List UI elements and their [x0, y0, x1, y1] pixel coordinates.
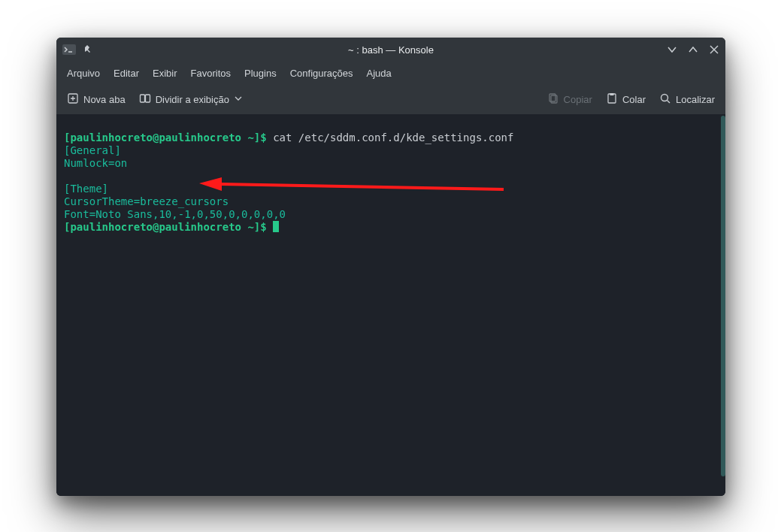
konsole-window: ~ : bash — Konsole Arquivo Editar Exibir…: [56, 38, 725, 496]
output-line-6: Font=Noto Sans,10,-1,0,50,0,0,0,0,0: [64, 208, 286, 220]
terminal-output[interactable]: [paulinhocreto@paulinhocreto ~]$ cat /et…: [56, 114, 721, 496]
maximize-button[interactable]: [688, 44, 698, 55]
terminal-cursor: [273, 221, 279, 232]
find-button[interactable]: Localizar: [659, 92, 715, 107]
menu-exibir[interactable]: Exibir: [153, 68, 177, 79]
toolbar: Nova aba Dividir a exibição Copiar Colar: [56, 84, 725, 114]
output-line-5: CursorTheme=breeze_cursors: [64, 195, 229, 207]
svg-rect-8: [145, 95, 150, 102]
scrollbar[interactable]: [721, 114, 725, 496]
svg-marker-16: [199, 177, 222, 191]
terminal-area[interactable]: [paulinhocreto@paulinhocreto ~]$ cat /et…: [56, 114, 725, 496]
close-button[interactable]: [709, 44, 719, 55]
output-line-2: Numlock=on: [64, 157, 127, 169]
output-line-4: [Theme]: [64, 183, 108, 195]
copy-button[interactable]: Copiar: [547, 92, 592, 107]
menubar: Arquivo Editar Exibir Favoritos Plugins …: [56, 62, 725, 84]
svg-rect-0: [62, 44, 76, 55]
paste-label: Colar: [622, 94, 646, 105]
menu-editar[interactable]: Editar: [114, 68, 139, 79]
find-label: Localizar: [676, 94, 715, 105]
new-tab-label: Nova aba: [83, 94, 126, 105]
svg-rect-12: [610, 93, 613, 95]
svg-point-13: [661, 94, 668, 101]
annotation-arrow: [199, 176, 507, 198]
split-view-label: Dividir a exibição: [156, 94, 229, 105]
paste-button[interactable]: Colar: [606, 92, 646, 107]
split-view-icon: [139, 92, 151, 107]
menu-plugins[interactable]: Plugins: [244, 68, 277, 79]
svg-line-14: [667, 100, 670, 103]
scrollbar-thumb[interactable]: [721, 116, 725, 476]
menu-configuracoes[interactable]: Configurações: [290, 68, 353, 79]
minimize-button[interactable]: [667, 44, 677, 55]
menu-favoritos[interactable]: Favoritos: [191, 68, 231, 79]
new-tab-button[interactable]: Nova aba: [67, 92, 126, 107]
command-1: cat /etc/sddm.conf.d/kde_settings.conf: [273, 131, 513, 144]
new-tab-icon: [67, 92, 79, 107]
copy-label: Copiar: [564, 94, 592, 105]
terminal-icon: [62, 44, 76, 55]
chevron-down-icon: [234, 94, 243, 105]
split-view-button[interactable]: Dividir a exibição: [139, 92, 243, 107]
prompt-2: [paulinhocreto@paulinhocreto ~]$: [64, 221, 267, 233]
svg-line-15: [220, 184, 504, 189]
prompt-1: [paulinhocreto@paulinhocreto ~]$: [64, 131, 267, 144]
copy-icon: [547, 92, 559, 107]
menu-arquivo[interactable]: Arquivo: [67, 68, 100, 79]
window-title: ~ : bash — Konsole: [348, 44, 434, 56]
svg-rect-7: [140, 95, 144, 102]
search-icon: [659, 92, 671, 107]
menu-ajuda[interactable]: Ajuda: [367, 68, 392, 79]
pin-icon[interactable]: [82, 44, 92, 55]
output-line-1: [General]: [64, 144, 121, 156]
titlebar: ~ : bash — Konsole: [56, 38, 725, 62]
paste-icon: [606, 92, 618, 107]
